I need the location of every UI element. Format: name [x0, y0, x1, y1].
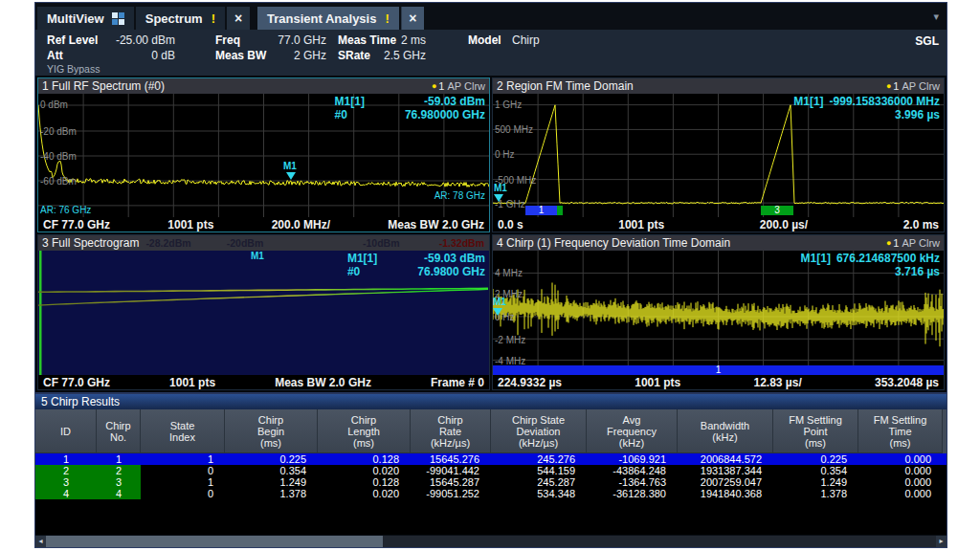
- table-cell: 0.000: [858, 488, 943, 499]
- column-header: ID: [35, 409, 97, 453]
- table-cell: 1: [97, 453, 141, 465]
- chevron-down-icon[interactable]: ▾: [933, 11, 939, 23]
- footer-item: 1001 pts: [618, 218, 664, 231]
- table-cell: -1364.763: [587, 476, 678, 488]
- column-header: Bandwidth(kHz): [678, 409, 773, 453]
- footer-item: 0.0 s: [498, 218, 523, 231]
- panel4-header[interactable]: 4 Chirp (1) Frequency Deviation Time Dom…: [493, 235, 944, 251]
- table-cell: 0.020: [318, 465, 411, 476]
- table-cell: 0.225: [773, 453, 858, 465]
- window-chirp-freq-deviation[interactable]: 4 Chirp (1) Frequency Deviation Time Dom…: [492, 234, 945, 390]
- analysis-region-left: AR: 76 GHz: [40, 205, 91, 215]
- region-bar: 3: [761, 206, 793, 215]
- y-axis-label: 4 MHz: [495, 268, 523, 278]
- model-value[interactable]: Chirp: [512, 33, 540, 47]
- panel3-graph: M1[1]-59.03 dBm #076.9800 GHz M1: [38, 251, 489, 375]
- multiview-grid-icon: [112, 12, 124, 25]
- footer-item: Meas BW 2.0 GHz: [388, 218, 484, 231]
- results-table-title: 5 Chirp Results: [35, 394, 947, 409]
- tab-multiview[interactable]: MultiView: [37, 7, 134, 30]
- footer-item: CF 77.0 GHz: [43, 218, 110, 231]
- table-row[interactable]: 3311.2490.12815645.287245.287-1364.76320…: [35, 476, 947, 488]
- meas-bw-value[interactable]: 2 GHz: [263, 49, 326, 62]
- panel1-footer: CF 77.0 GHz1001 pts200.0 MHz/Meas BW 2.0…: [38, 217, 489, 231]
- window-region-fm-time-domain[interactable]: 2 Region FM Time Domain ●1AP Clrw M1[1]-…: [492, 77, 945, 232]
- panel1-header[interactable]: 1 Full RF Spectrum (#0) ●1AP Clrw: [38, 78, 489, 94]
- table-cell: -99041.442: [411, 465, 491, 476]
- meas-time-value[interactable]: 2 ms: [391, 33, 426, 47]
- panel2-title: 2 Region FM Time Domain: [497, 79, 634, 93]
- analyzer-window: MultiView Spectrum ! × Transient Analysi…: [34, 2, 947, 548]
- tab-spectrum-label: Spectrum: [145, 11, 203, 26]
- footer-item: 224.9332 µs: [498, 376, 562, 389]
- panel3-footer: CF 77.0 GHz1001 ptsMeas BW 2.0 GHzFrame …: [38, 375, 489, 389]
- column-header: Chirp StateDeviation(kHz/µs): [491, 409, 587, 453]
- table-cell: 2: [35, 465, 97, 476]
- table-cell: 2: [97, 465, 141, 476]
- table-cell: 534.348: [491, 488, 587, 499]
- panel2-header[interactable]: 2 Region FM Time Domain ●1AP Clrw: [493, 78, 944, 94]
- chirp-results-section: 5 Chirp Results IDChirpNo.StateIndexChir…: [35, 392, 947, 547]
- footer-item: 1001 pts: [635, 376, 680, 389]
- table-cell: 1.249: [773, 476, 858, 488]
- marker-m1-flag[interactable]: M1: [494, 183, 507, 193]
- table-cell: 1931387.344: [678, 465, 773, 476]
- window-full-rf-spectrum[interactable]: 1 Full RF Spectrum (#0) ●1AP Clrw M1[1]-…: [37, 77, 490, 232]
- table-cell: 1.378: [773, 488, 858, 499]
- marker-m1-icon[interactable]: [494, 194, 503, 202]
- tab-multiview-label: MultiView: [47, 11, 104, 26]
- table-row[interactable]: 2200.3540.020-99041.442544.159-43864.248…: [35, 465, 947, 476]
- tab-spectrum[interactable]: Spectrum !: [136, 7, 225, 30]
- table-cell: -36128.380: [587, 488, 678, 499]
- tab-transient-analysis[interactable]: Transient Analysis !: [257, 7, 399, 30]
- tab-bar: MultiView Spectrum ! × Transient Analysi…: [35, 3, 947, 30]
- panels-grid: 1 Full RF Spectrum (#0) ●1AP Clrw M1[1]-…: [35, 76, 947, 392]
- table-cell: 4: [97, 488, 141, 499]
- table-cell: 1: [141, 476, 225, 488]
- panel4-marker-readout: M1[1]676.214687500 kHz 3.716 µs: [801, 252, 940, 278]
- table-row[interactable]: 1110.2250.12815645.276245.276-1069.92120…: [35, 453, 947, 465]
- panel4-graph: M1[1]676.214687500 kHz 3.716 µs M1 4 MHz…: [493, 251, 944, 375]
- table-cell: 2006844.572: [678, 453, 773, 465]
- ref-level-value[interactable]: -25.00 dBm: [102, 33, 175, 47]
- y-axis-label: 0 Hz: [495, 149, 515, 160]
- panel3-header[interactable]: 3 Full Spectrogram -28.2dBm -20dBm -10dB…: [38, 235, 489, 251]
- meas-bw-label: Meas BW: [215, 49, 266, 62]
- y-axis-label: 500 MHz: [495, 124, 533, 135]
- panel2-marker-readout: M1[1]-999.158336000 MHz 3.996 µs: [793, 95, 940, 121]
- table-cell: 0.000: [858, 465, 943, 476]
- scroll-right-icon[interactable]: ▸: [936, 536, 947, 547]
- column-header: FM SettlingTime(ms): [858, 409, 943, 453]
- marker-m1-flag[interactable]: M1: [283, 161, 297, 171]
- marker-m1-icon[interactable]: [493, 308, 502, 316]
- srate-value[interactable]: 2.5 GHz: [372, 49, 426, 62]
- table-cell: 1.249: [225, 476, 318, 488]
- table-cell: 0.354: [225, 465, 318, 476]
- scroll-left-icon[interactable]: ◂: [35, 536, 46, 547]
- close-icon[interactable]: ×: [401, 7, 424, 30]
- panel2-graph: M1[1]-999.158336000 MHz 3.996 µs M1 1 GH…: [493, 94, 944, 217]
- alert-icon: !: [212, 11, 215, 26]
- marker-m1-flag[interactable]: M1: [493, 297, 506, 307]
- freq-value[interactable]: 77.0 GHz: [263, 33, 326, 47]
- table-cell: 3: [35, 476, 97, 488]
- marker-m1-flag[interactable]: M1: [251, 251, 264, 261]
- column-header: ChirpBegin(ms): [225, 409, 318, 453]
- region-bar: [557, 206, 563, 215]
- horizontal-scrollbar[interactable]: ◂ ▸: [35, 535, 947, 547]
- y-axis-label: 0 dBm: [40, 99, 68, 110]
- table-row[interactable]: 4401.3780.020-99051.252534.348-36128.380…: [35, 488, 947, 499]
- table-cell: 15645.276: [411, 453, 491, 465]
- table-cell: -1069.921: [587, 453, 678, 465]
- window-full-spectrogram[interactable]: 3 Full Spectrogram -28.2dBm -20dBm -10dB…: [37, 234, 490, 390]
- footer-item: CF 77.0 GHz: [43, 376, 110, 389]
- panel4-trace-legend: ●1AP Clrw: [886, 237, 940, 249]
- close-icon[interactable]: ×: [227, 7, 250, 30]
- panel3-marker-readout: M1[1]-59.03 dBm #076.9800 GHz: [347, 252, 485, 278]
- marker-m1-icon[interactable]: [286, 172, 296, 180]
- footer-item: Meas BW 2.0 GHz: [275, 376, 371, 389]
- scrollbar-thumb[interactable]: [46, 536, 383, 547]
- results-table-empty-area: [35, 499, 947, 535]
- att-value[interactable]: 0 dB: [102, 49, 175, 62]
- column-header: FM SettlingPoint(ms): [773, 409, 858, 453]
